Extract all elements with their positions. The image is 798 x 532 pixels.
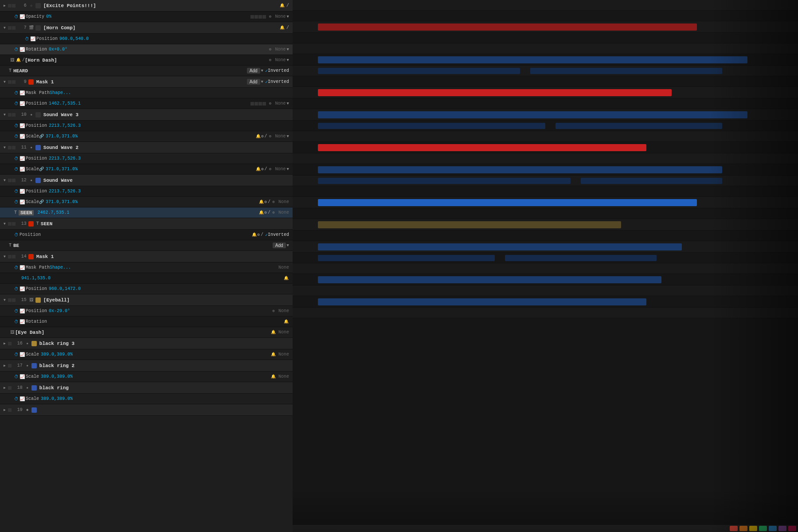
expand-triangle[interactable]: ▼	[4, 298, 6, 302]
timeline-bar	[318, 111, 747, 118]
color-chip-orange	[739, 526, 747, 531]
dropdown-arrow[interactable]: ▼	[287, 134, 289, 139]
star-icon: ★	[28, 112, 35, 118]
expand-triangle[interactable]: ▼	[4, 178, 6, 182]
expand-triangle[interactable]: ▼	[4, 26, 6, 30]
prop-value[interactable]: 2213.7,526.3	[49, 189, 81, 194]
layer-number: 15	[17, 297, 27, 302]
stopwatch-icon[interactable]: ⏱	[14, 374, 19, 379]
shape-value[interactable]: Shape...	[50, 90, 71, 95]
layer-row[interactable]: 🖼 [Eye Dash] 🔔 None	[0, 327, 293, 338]
expand-triangle[interactable]: ▼	[4, 254, 6, 258]
add-button[interactable]: Add	[247, 79, 260, 85]
stopwatch-icon[interactable]: ⏱	[14, 309, 19, 314]
easing-icon: ⊙	[267, 101, 274, 107]
expand-triangle[interactable]: ▶	[4, 386, 6, 390]
layer-row[interactable]: T BE Add ▼	[0, 240, 293, 251]
layer-row[interactable]: ▶ 18 ★ black ring	[0, 382, 293, 394]
layer-row[interactable]: ▼ 13 T SEEN	[0, 218, 293, 230]
dropdown-arrow[interactable]: ▼	[261, 69, 263, 73]
seen-value[interactable]: 2462.7,535.1	[37, 210, 69, 215]
chain-icon: 🔗	[39, 200, 44, 204]
shape-value[interactable]: Shape...	[50, 265, 71, 270]
layer-row[interactable]: ▼ 12 ★ Sound Wave	[0, 175, 293, 186]
shy-icon: ☆	[28, 3, 35, 9]
layer-number: 14	[17, 254, 27, 259]
prop-value[interactable]: 2213.7,526.3	[49, 156, 81, 161]
expand-triangle[interactable]: ▼	[4, 145, 6, 149]
layer-row[interactable]: ▶ 19 ◆	[0, 404, 293, 416]
expand-triangle[interactable]: ▶	[4, 408, 6, 412]
property-row: ⏱ 📈 Scale 🔗 371.0,371.0% 🔔 ⚙ / ⊙ None	[0, 197, 293, 207]
dropdown-arrow[interactable]: ▼	[287, 167, 289, 172]
stopwatch-icon[interactable]: ⏱	[14, 47, 19, 52]
rotation-value[interactable]: 0x+0.0°	[49, 47, 67, 52]
layer-row[interactable]: ▶ 16 ★ black ring 3	[0, 338, 293, 349]
expand-triangle[interactable]: ▶	[4, 364, 6, 368]
timeline-bar	[318, 221, 621, 228]
layer-icons: ★	[28, 145, 42, 151]
timeline-row	[293, 274, 798, 286]
layer-row[interactable]: 🖼 🔔 / [Horn Dash] ⊙ None ▼	[0, 55, 293, 66]
stopwatch-icon[interactable]: ⏱	[14, 123, 19, 129]
prop-value[interactable]: 0x-29.0°	[49, 309, 70, 313]
expand-triangle[interactable]: ▶	[4, 4, 6, 8]
stopwatch-icon[interactable]: ⏱	[14, 200, 19, 205]
timeline-bar	[318, 56, 747, 63]
expand-triangle[interactable]: ▼	[4, 222, 6, 226]
dropdown-arrow[interactable]: ▼	[287, 15, 289, 19]
prop-value[interactable]: 2213.7,526.3	[49, 123, 81, 128]
layer-row[interactable]: ▼ 15 🖼 [Eyeball]	[0, 294, 293, 306]
layer-row[interactable]: ▶ 17 ★ black ring 2	[0, 360, 293, 372]
layer-row[interactable]: ▼ 11 ★ Sound Wave 2	[0, 142, 293, 153]
layer-row[interactable]: ▼ 9 Mask 1 Add ▼ ✓ Inverted	[0, 76, 293, 88]
prop-value[interactable]: 941.1,535.0	[21, 276, 51, 281]
text-type-icon: T	[36, 221, 39, 226]
layer-row[interactable]: ▼ 14 Mask 1	[0, 251, 293, 262]
add-button[interactable]: Add	[273, 243, 286, 248]
scale-value[interactable]: 371.0,371.0%	[46, 167, 78, 172]
stopwatch-icon[interactable]: ⏱	[25, 36, 29, 42]
prop-value[interactable]: 1462.7,535.1	[49, 101, 81, 106]
scale-value[interactable]: 389.0,389.0%	[41, 352, 73, 357]
stopwatch-icon[interactable]: ⏱	[14, 189, 19, 194]
expand-triangle[interactable]: ▼	[4, 80, 6, 84]
stopwatch-icon[interactable]: ⏱	[14, 265, 19, 270]
dropdown-arrow[interactable]: ▼	[261, 80, 263, 84]
stopwatch-icon[interactable]: ⏱	[14, 352, 19, 357]
stopwatch-icon[interactable]: ⏱	[14, 232, 19, 238]
prop-value[interactable]: 960.0,540.0	[59, 36, 89, 41]
layer-icons: ☆	[28, 3, 42, 9]
scale-value[interactable]: 371.0,371.0%	[46, 200, 78, 204]
property-row: ⏱ 📈 Position 2213.7,526.3	[0, 186, 293, 197]
stopwatch-icon[interactable]: ⏱	[14, 101, 19, 106]
stopwatch-icon[interactable]: ⏱	[14, 134, 19, 139]
stopwatch-icon[interactable]: ⏱	[14, 319, 19, 325]
layer-row[interactable]: ▼ 10 ★ Sound Wave 3	[0, 109, 293, 121]
scale-value[interactable]: 371.0,371.0%	[46, 134, 78, 139]
dropdown-arrow[interactable]: ▼	[287, 47, 289, 52]
scale-value[interactable]: 389.0,389.0%	[41, 374, 73, 379]
expand-triangle[interactable]: ▶	[4, 341, 6, 345]
stopwatch-icon[interactable]: ⏱	[14, 167, 19, 172]
prop-value[interactable]: 0%	[46, 14, 51, 19]
stopwatch-icon[interactable]: ⏱	[14, 90, 19, 96]
layer-icons: 🎬	[28, 25, 42, 31]
scale-value[interactable]: 389.0,389.0%	[41, 396, 73, 401]
stopwatch-icon[interactable]: ⏱	[14, 286, 19, 292]
add-button[interactable]: Add	[247, 68, 260, 74]
color-chip-pink	[788, 526, 796, 531]
expand-triangle[interactable]: ▼	[4, 113, 6, 117]
stopwatch-icon[interactable]: ⏱	[14, 156, 19, 161]
prop-value[interactable]: 960.0,1472.0	[49, 286, 81, 291]
dropdown-arrow[interactable]: ▼	[287, 243, 289, 248]
layer-row[interactable]: T HEARD Add ▼ ✓ Inverted	[0, 66, 293, 76]
dropdown-arrow[interactable]: ▼	[287, 58, 289, 63]
layer-row[interactable]: ▼ 7 🎬 [Horn Comp] 🔔 /	[0, 22, 293, 34]
layer-row[interactable]: ▶ 6 ☆ [Excite Points!!!] 🔔 /	[0, 0, 293, 12]
dropdown-arrow[interactable]: ▼	[287, 102, 289, 106]
stopwatch-icon[interactable]: ⏱	[14, 396, 19, 402]
stopwatch-icon[interactable]: ⏱	[14, 14, 19, 20]
timeline-row	[293, 286, 798, 296]
timeline-row	[293, 87, 798, 98]
